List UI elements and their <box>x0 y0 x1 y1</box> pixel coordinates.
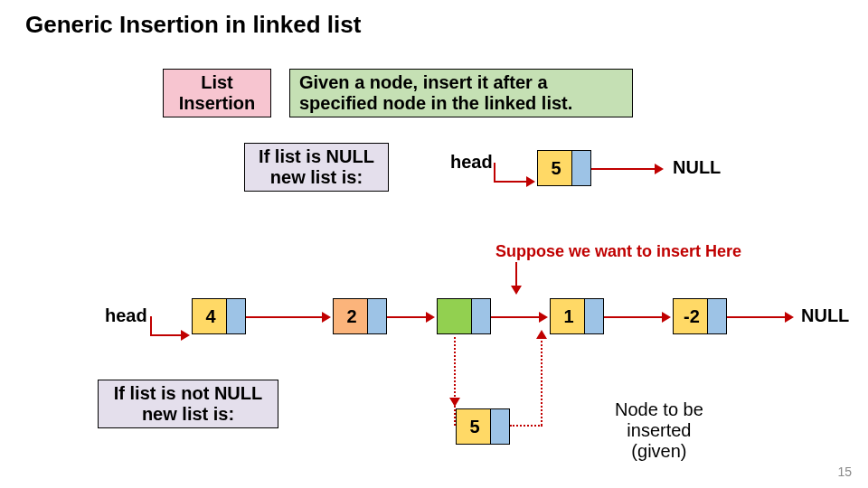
box-list-insertion: List Insertion <box>163 69 271 117</box>
arrow-gap-1 <box>539 312 548 323</box>
node-1: 1 <box>550 298 604 334</box>
conn-head2-h <box>150 334 183 336</box>
node-4-ptr <box>226 299 245 333</box>
conn-head1-v <box>494 163 495 183</box>
conn-suppose-v <box>515 262 517 287</box>
label-head-1: head <box>450 152 493 173</box>
label-null-2: NULL <box>801 305 849 326</box>
conn-head2-v <box>150 316 152 336</box>
arrow-suppose <box>511 286 522 295</box>
conn-head1-h <box>494 181 528 183</box>
node-4: 4 <box>192 298 246 334</box>
node-5b-ptr <box>490 409 509 444</box>
arrow-dot-up <box>536 330 547 339</box>
arrow-2-gap <box>426 312 435 323</box>
node-gap <box>437 298 491 334</box>
label-head-2: head <box>105 305 147 326</box>
node-5a-data: 5 <box>538 151 574 185</box>
node-4-data: 4 <box>193 299 229 333</box>
node-2-ptr <box>367 299 386 333</box>
node-1-data: 1 <box>551 299 587 333</box>
node-gap-data <box>438 299 474 333</box>
arrow-4-2 <box>322 312 331 323</box>
slide: Generic Insertion in linked list List In… <box>0 0 868 488</box>
node-m2: -2 <box>673 298 727 334</box>
node-gap-ptr <box>471 299 490 333</box>
label-suppose: Suppose we want to insert Here <box>495 242 741 261</box>
arrow-5a-null <box>655 164 664 174</box>
box-if-null: If list is NULL new list is: <box>244 143 389 192</box>
node-2: 2 <box>333 298 387 334</box>
arrow-head2 <box>181 330 190 341</box>
node-2-data: 2 <box>334 299 370 333</box>
node-m2-ptr <box>707 299 726 333</box>
label-node-to-insert: Node to be inserted (given) <box>615 399 703 462</box>
node-m2-data: -2 <box>674 299 710 333</box>
conn-4-2 <box>246 316 324 318</box>
page-number: 15 <box>837 465 852 479</box>
page-title: Generic Insertion in linked list <box>25 11 361 39</box>
arrow-m2-null <box>785 312 794 323</box>
arrow-1-m2 <box>662 312 671 323</box>
arrow-dot-into-5b-hidden <box>449 398 460 407</box>
conn-m2-null <box>727 316 787 318</box>
node-5a-ptr <box>571 151 590 185</box>
node-5a: 5 <box>537 150 591 186</box>
node-1-ptr <box>584 299 603 333</box>
arrow-head1 <box>526 176 535 187</box>
conn-gap-1 <box>491 316 541 318</box>
label-null-1: NULL <box>673 157 721 178</box>
conn-dot-up-right-v <box>541 337 542 426</box>
conn-dot-down-left-v <box>454 337 456 426</box>
box-if-not-null: If list is not NULL new list is: <box>98 380 278 428</box>
conn-1-m2 <box>604 316 664 318</box>
conn-5a-null <box>591 168 656 170</box>
conn-2-gap <box>387 316 428 318</box>
box-given: Given a node, insert it after a specifie… <box>289 69 633 117</box>
node-5b-data: 5 <box>457 409 493 444</box>
conn-dot-up-right-h <box>510 425 542 427</box>
node-5b: 5 <box>456 408 510 445</box>
